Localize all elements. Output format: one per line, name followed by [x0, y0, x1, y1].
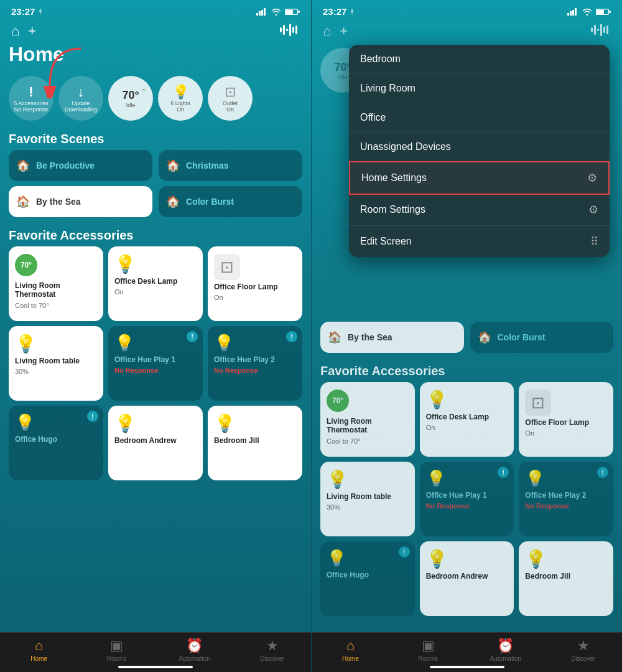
outlet-icon-floor-left: ⊡ [214, 254, 240, 280]
svg-rect-6 [298, 11, 300, 12]
scene-icon-burst: 🏠 [166, 195, 180, 208]
waveform-icon-right[interactable] [591, 24, 611, 39]
tab-home-left[interactable]: ⌂ Home [21, 638, 58, 662]
accessory-name-lr-table-right: Living Room table [327, 492, 409, 501]
add-icon-left[interactable]: + [28, 23, 36, 39]
thermostat-tile[interactable]: 70° − Idle [108, 76, 153, 121]
accessory-hugo-left[interactable]: ! 💡 Office Hugo [9, 406, 103, 480]
warning-badge-hue2-right: ! [597, 467, 608, 478]
status-bar-right: 23:27 [312, 0, 622, 19]
scenes-row-left: 🏠 Be Productive 🏠 Christmas [0, 150, 311, 181]
lights-tile[interactable]: 💡 6 LightsOn [158, 76, 203, 121]
svg-rect-12 [295, 26, 297, 34]
accessory-status-hue1-left: No Response [114, 366, 197, 374]
svg-rect-7 [280, 27, 282, 32]
accessory-name-lr-table-left: Living Room table [15, 357, 97, 365]
dropdown-room-settings-label: Room Settings [360, 204, 425, 215]
accessories-grid-left: 70° Living Room Thermostat Cool to 70° 💡… [9, 246, 302, 480]
accessory-andrew-left[interactable]: 💡 Bedroom Andrew [108, 406, 203, 480]
tab-home-icon-right: ⌂ [346, 638, 355, 654]
accessory-hue-play-2-left[interactable]: ! 💡 Office Hue Play 2 No Response [208, 326, 302, 401]
accessory-desk-lamp-right[interactable]: 💡 Office Desk Lamp On [420, 382, 514, 457]
waveform-svg-right [591, 24, 611, 36]
dropdown-bedroom[interactable]: Bedroom [349, 45, 610, 74]
scene-by-the-sea-right[interactable]: 🏠 By the Sea [320, 322, 464, 353]
accessory-lr-table-right[interactable]: 💡 Living Room table 30% [320, 462, 415, 536]
svg-rect-5 [285, 9, 293, 14]
scene-color-burst[interactable]: 🏠 Color Burst [159, 186, 302, 217]
battery-icon-left [285, 8, 300, 16]
accessory-thermostat-right[interactable]: 70° Living Room Thermostat Cool to 70° [320, 382, 415, 457]
accessory-hue-play-1-right[interactable]: ! 💡 Office Hue Play 1 No Response [420, 462, 514, 536]
wifi-icon-right [582, 8, 592, 16]
update-tile[interactable]: ↓ UpdateDownloading [58, 76, 103, 121]
tab-rooms-left[interactable]: ▣ Rooms [98, 638, 136, 662]
accessory-floor-lamp-right[interactable]: ⊡ Office Floor Lamp On [519, 382, 613, 457]
tab-automation-label-right: Automation [490, 655, 522, 662]
tab-automation-right[interactable]: ⏰ Automation [487, 638, 524, 662]
thermostat-status: Idle [126, 102, 136, 108]
signal-icon-left [256, 8, 267, 16]
svg-rect-21 [591, 27, 593, 32]
accessory-thermostat-left[interactable]: 70° Living Room Thermostat Cool to 70° [9, 246, 103, 321]
summary-row-left: ! 5 AccessoriesNo Response ↓ UpdateDownl… [0, 70, 311, 127]
tab-rooms-right[interactable]: ▣ Rooms [409, 638, 447, 662]
bulb-on-icon-andrew-left: 💡 [114, 413, 197, 434]
accessories-section-right: Favorite Accessories 70° Living Room The… [312, 353, 622, 616]
scene-christmas[interactable]: 🏠 Christmas [159, 150, 302, 181]
dropdown-room-settings[interactable]: Room Settings ⚙ [349, 194, 610, 226]
alert-tile[interactable]: ! 5 AccessoriesNo Response [9, 76, 53, 121]
dropdown-office[interactable]: Office [349, 103, 610, 133]
home-icon-right[interactable]: ⌂ [323, 23, 331, 39]
accessory-hugo-right[interactable]: ! 💡 Office Hugo [320, 541, 415, 616]
lights-icon: 💡 [172, 84, 189, 100]
scene-label-christmas: Christmas [186, 161, 228, 170]
accessory-jill-left[interactable]: 💡 Bedroom Jill [208, 406, 302, 480]
dropdown-edit-screen[interactable]: Edit Screen ⠿ [349, 226, 610, 257]
svg-rect-24 [600, 24, 602, 36]
tab-discover-left[interactable]: ★ Discover [254, 638, 291, 662]
scene-by-the-sea[interactable]: 🏠 By the Sea [9, 186, 152, 217]
tab-automation-label-left: Automation [179, 655, 210, 662]
accessory-floor-lamp-left[interactable]: ⊡ Office Floor Lamp On [208, 246, 302, 321]
accessory-name-floor-lamp-right: Office Floor Lamp [525, 418, 607, 427]
svg-rect-8 [283, 25, 285, 35]
favorite-scenes-header-left: Favorite Scenes [0, 127, 311, 150]
status-icons-left [256, 8, 300, 16]
dropdown-living-room[interactable]: Living Room [349, 74, 610, 103]
accessory-desk-lamp-left[interactable]: 💡 Office Desk Lamp On [108, 246, 203, 321]
tab-home-label-left: Home [30, 655, 47, 662]
accessory-jill-right[interactable]: 💡 Bedroom Jill [519, 541, 613, 616]
svg-rect-0 [256, 13, 258, 16]
scenes-row2-right: 🏠 By the Sea 🏠 Color Burst [312, 317, 622, 353]
scene-icon-burst-right: 🏠 [478, 330, 491, 344]
add-icon-right[interactable]: + [340, 23, 348, 39]
dropdown-home-settings[interactable]: Home Settings ⚙ [349, 161, 610, 195]
bulb-off-icon-hue1-right: 💡 [426, 469, 508, 488]
scene-be-productive[interactable]: 🏠 Be Productive [9, 150, 152, 181]
svg-rect-2 [261, 10, 263, 16]
svg-rect-11 [292, 27, 294, 33]
accessory-status-hue2-left: No Response [214, 366, 296, 374]
accessory-andrew-right[interactable]: 💡 Bedroom Andrew [420, 541, 514, 616]
accessory-hue-play-2-right[interactable]: ! 💡 Office Hue Play 2 No Response [519, 462, 613, 536]
accessory-status-desk-lamp-right: On [426, 424, 508, 431]
accessory-lr-table-left[interactable]: 💡 Living Room table 30% [9, 326, 103, 401]
waveform-icon-left[interactable] [280, 24, 300, 39]
signal-icon-right [567, 8, 578, 16]
tab-automation-left[interactable]: ⏰ Automation [176, 638, 213, 662]
scene-label-burst-right: Color Burst [498, 332, 545, 342]
home-icon-left[interactable]: ⌂ [11, 23, 19, 39]
svg-rect-25 [603, 27, 605, 33]
tab-home-right[interactable]: ⌂ Home [332, 638, 369, 662]
page-title-left: Home [9, 42, 302, 66]
bulb-on-icon-andrew-right: 💡 [426, 549, 508, 569]
accessory-name-hue2-left: Office Hue Play 2 [214, 355, 296, 364]
header-right-group: ⌂ + [323, 23, 348, 39]
dropdown-office-label: Office [360, 112, 386, 123]
tab-discover-right[interactable]: ★ Discover [565, 638, 602, 662]
scene-color-burst-right[interactable]: 🏠 Color Burst [470, 322, 614, 353]
outlet-tile[interactable]: ⊡ OutletOn [208, 76, 253, 121]
dropdown-unassigned[interactable]: Unassigned Devices [349, 133, 610, 162]
accessory-hue-play-1-left[interactable]: ! 💡 Office Hue Play 1 No Response [108, 326, 203, 401]
